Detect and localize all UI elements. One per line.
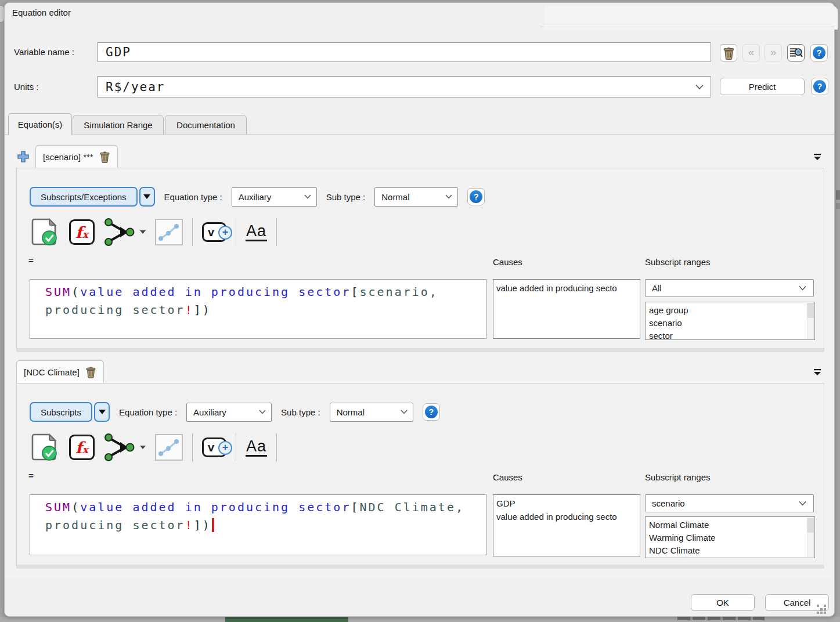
- equation-tab-label: [NDC Climate]: [24, 367, 80, 377]
- background-window-dark-segment: [677, 617, 765, 620]
- collapse-equation-button[interactable]: [812, 367, 823, 377]
- subscripts-dropdown-button[interactable]: [139, 187, 155, 207]
- dropdown-arrow-icon: [99, 410, 106, 414]
- find-variable-button[interactable]: [787, 44, 805, 62]
- previous-variable-button[interactable]: «: [742, 44, 760, 62]
- subscript-range-listbox[interactable]: Normal ClimateWarming ClimateNDC Climate: [645, 516, 815, 558]
- toolbar-separator: [192, 218, 193, 246]
- sub-type-select[interactable]: Normal: [330, 403, 413, 422]
- collapse-equation-button[interactable]: [812, 152, 823, 161]
- causes-listbox[interactable]: GDPvalue added in producing secto: [493, 494, 640, 556]
- chevrons-left-icon: «: [748, 46, 755, 59]
- chevron-down-icon: [401, 410, 408, 414]
- new-variable-button[interactable]: v +: [202, 437, 226, 457]
- equation-block-ndc-climate: Subscripts Equation type : Auxiliary Sub…: [16, 383, 824, 569]
- trash-icon[interactable]: [99, 151, 110, 163]
- add-equation-button[interactable]: [16, 150, 30, 164]
- font-button[interactable]: Aa: [246, 438, 267, 457]
- equation-type-value: Auxiliary: [193, 407, 226, 417]
- collapse-icon: [813, 153, 821, 161]
- scrollbar[interactable]: [807, 518, 814, 557]
- equation-segment: value added in producing sector: [80, 500, 351, 514]
- scrollbar-thumb[interactable]: [807, 303, 814, 318]
- subscript-range-select[interactable]: scenario: [645, 494, 814, 512]
- check-syntax-icon[interactable]: [30, 217, 60, 247]
- next-variable-button[interactable]: »: [765, 44, 782, 62]
- sub-type-select[interactable]: Normal: [374, 187, 458, 207]
- units-help-button[interactable]: ?: [811, 78, 828, 95]
- scrollbar-thumb[interactable]: [807, 518, 814, 533]
- titlebar-separator: [540, 27, 834, 27]
- trash-icon[interactable]: [85, 366, 96, 378]
- sub-type-value: Normal: [337, 407, 365, 417]
- subscript-range-item[interactable]: age group: [649, 304, 814, 317]
- dropdown-arrow-icon: [140, 446, 146, 449]
- check-syntax-icon[interactable]: [30, 432, 60, 462]
- equation-help-button[interactable]: ?: [423, 403, 440, 421]
- subscript-range-item[interactable]: NDC Climate: [649, 544, 814, 557]
- causes-listbox[interactable]: value added in producing secto: [493, 279, 640, 339]
- variable-v: v: [208, 226, 214, 239]
- subscript-range-value: scenario: [652, 498, 685, 508]
- ok-button[interactable]: OK: [691, 594, 755, 611]
- equation-input[interactable]: SUM(value added in producing sector[scen…: [30, 279, 486, 339]
- cancel-button[interactable]: Cancel: [765, 594, 829, 611]
- subscript-range-item[interactable]: sector: [649, 330, 814, 340]
- predict-button[interactable]: Predict: [720, 78, 805, 95]
- chevrons-right-icon: »: [770, 46, 777, 59]
- cause-item[interactable]: value added in producing secto: [496, 510, 640, 523]
- equation-segment: (: [71, 285, 80, 299]
- subscript-range-item[interactable]: Warming Climate: [649, 531, 814, 544]
- subscripts-dropdown-button[interactable]: [94, 402, 110, 422]
- tab-equations[interactable]: Equation(s): [8, 113, 72, 135]
- equation-segment: !: [185, 303, 194, 317]
- equation-help-button[interactable]: ?: [467, 188, 485, 205]
- subscript-range-listbox[interactable]: age groupscenariosector: [645, 302, 815, 340]
- tab-label: Documentation: [176, 120, 235, 130]
- functions-icon[interactable]: fx: [69, 435, 95, 460]
- help-icon: ?: [425, 406, 438, 418]
- causes-label: Causes: [493, 257, 522, 267]
- text-cursor: [212, 518, 214, 532]
- help-button[interactable]: ?: [810, 44, 828, 62]
- lookup-graph-button[interactable]: [155, 434, 183, 461]
- cause-item[interactable]: GDP: [496, 497, 640, 510]
- equation-input[interactable]: SUM(value added in producing sector[NDC …: [30, 494, 486, 555]
- variable-v: v: [208, 441, 214, 454]
- equation-tab-ndc-climate[interactable]: [NDC Climate]: [16, 360, 104, 383]
- subscript-range-select[interactable]: All: [645, 279, 814, 297]
- delete-variable-button[interactable]: [720, 44, 737, 62]
- tab-documentation[interactable]: Documentation: [165, 115, 247, 135]
- help-icon: ?: [813, 46, 825, 59]
- subscript-range-item[interactable]: Normal Climate: [649, 519, 814, 531]
- sub-type-value: Normal: [381, 192, 409, 202]
- dropdown-arrow-icon: [143, 194, 150, 199]
- causes-tree-button[interactable]: [104, 433, 146, 462]
- subscripts-exceptions-button[interactable]: Subscripts/Exceptions: [30, 187, 138, 207]
- causes-tree-button[interactable]: [104, 218, 146, 247]
- lookup-graph-button[interactable]: [155, 219, 183, 245]
- font-button[interactable]: Aa: [246, 223, 267, 241]
- tab-simulation-range[interactable]: Simulation Range: [73, 115, 164, 135]
- resize-grip[interactable]: [817, 605, 819, 607]
- equation-type-select[interactable]: Auxiliary: [232, 187, 317, 207]
- cause-item[interactable]: value added in producing secto: [496, 281, 640, 295]
- equation-type-label: Equation type :: [164, 192, 222, 202]
- subscript-range-item[interactable]: scenario: [649, 317, 814, 330]
- toolbar-separator: [236, 433, 236, 461]
- units-label: Units :: [14, 82, 39, 92]
- variable-name-input[interactable]: GDP: [97, 42, 711, 62]
- equation-type-select[interactable]: Auxiliary: [186, 403, 272, 422]
- equation-tab-scenario[interactable]: [scenario] ***: [35, 145, 118, 168]
- variable-name-value: GDP: [106, 45, 131, 59]
- units-select[interactable]: R$/year: [97, 76, 711, 97]
- equals-label: =: [28, 471, 34, 480]
- equation-segment: SUM: [45, 285, 71, 299]
- new-variable-button[interactable]: v +: [202, 222, 226, 242]
- functions-icon[interactable]: fx: [69, 219, 95, 245]
- fx-f: f: [75, 439, 82, 457]
- subscripts-button[interactable]: Subscripts: [30, 402, 92, 422]
- chevron-down-icon: [445, 194, 452, 199]
- scrollbar[interactable]: [807, 303, 814, 339]
- equation-tab-label: [scenario] ***: [43, 152, 93, 162]
